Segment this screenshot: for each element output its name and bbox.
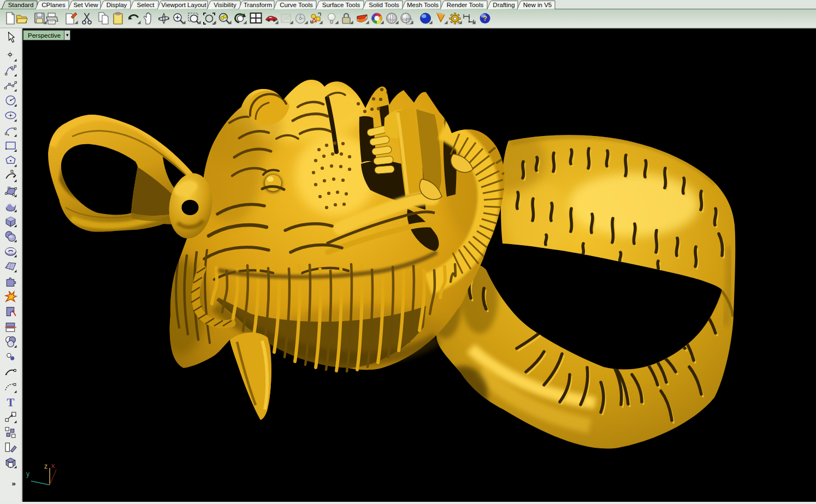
svg-text:Solid Tools: Solid Tools bbox=[369, 2, 399, 8]
svg-text:CPlanes: CPlanes bbox=[42, 2, 66, 8]
svg-text:Transform: Transform bbox=[244, 2, 272, 8]
svg-text:Render Tools: Render Tools bbox=[447, 2, 484, 8]
svg-text:?: ? bbox=[483, 14, 487, 22]
svg-text:x: x bbox=[51, 462, 55, 470]
svg-text:Curve Tools: Curve Tools bbox=[280, 2, 313, 8]
svg-text:Mesh Tools: Mesh Tools bbox=[407, 2, 439, 8]
svg-text:Viewport Layout: Viewport Layout bbox=[161, 2, 206, 8]
svg-text:y: y bbox=[26, 470, 29, 478]
svg-text:»: » bbox=[11, 479, 15, 488]
svg-text:Drafting: Drafting bbox=[493, 2, 515, 8]
svg-text:Display: Display bbox=[107, 2, 127, 8]
svg-text:Select: Select bbox=[137, 2, 155, 8]
svg-text:Visibility: Visibility bbox=[214, 2, 236, 8]
svg-text:New in V5: New in V5 bbox=[523, 2, 552, 8]
svg-text:Set View: Set View bbox=[73, 2, 98, 8]
svg-text:Standard: Standard bbox=[8, 2, 34, 8]
svg-text:T: T bbox=[7, 396, 15, 408]
svg-text:Surface Tools: Surface Tools bbox=[322, 2, 360, 8]
svg-text:z: z bbox=[44, 463, 48, 470]
